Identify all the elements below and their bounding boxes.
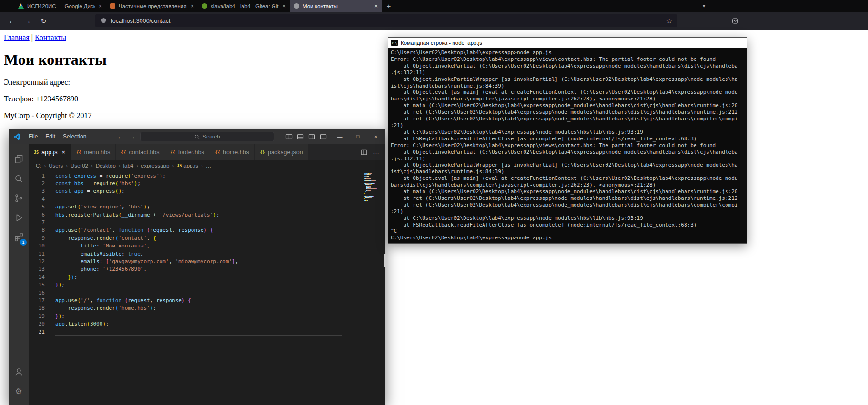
code-line[interactable]: 20app.listen(3000);	[29, 320, 385, 327]
code-line[interactable]: 7	[29, 218, 385, 226]
code-line[interactable]: 17app.use('/', function (request, respon…	[29, 296, 385, 304]
extensions-icon[interactable]: 1	[9, 227, 29, 247]
explorer-icon[interactable]	[9, 149, 29, 169]
code-line[interactable]: 21	[29, 328, 385, 336]
code-line[interactable]: 14 });	[29, 273, 385, 281]
menu-more[interactable]: …	[90, 133, 103, 140]
code-line[interactable]: 19});	[29, 312, 385, 320]
code-line[interactable]: 9 response.render('contact', {	[29, 234, 385, 242]
search-sidebar-icon[interactable]	[9, 169, 29, 188]
minimap-line	[364, 178, 379, 179]
shield-icon[interactable]	[101, 18, 107, 24]
back-button[interactable]: ←	[6, 14, 19, 27]
more-actions-icon[interactable]: …	[373, 148, 379, 156]
code-line[interactable]: 4	[29, 195, 385, 203]
toggle-panel-icon[interactable]	[297, 133, 304, 140]
editor-forward-icon[interactable]: →	[127, 129, 138, 144]
vscode-logo-icon	[13, 133, 20, 140]
breadcrumb-item[interactable]: lab4	[123, 163, 133, 168]
tab-close-icon[interactable]: ×	[191, 3, 194, 10]
tab-close-icon[interactable]: ×	[99, 3, 102, 10]
menu-selection[interactable]: Selection	[59, 133, 90, 140]
breadcrumb-item[interactable]: Users	[49, 163, 63, 168]
bookmark-star-icon[interactable]: ☆	[666, 17, 672, 25]
code-line[interactable]: 1const express = require('express');	[29, 172, 385, 179]
vscode-titlebar[interactable]: FileEditSelection… ← → Search — □ ×	[9, 129, 385, 144]
code-line[interactable]: 16	[29, 289, 385, 296]
editor-tab[interactable]: JSapp.js×	[29, 144, 71, 160]
editor-tab[interactable]: {{contact.hbs	[116, 144, 165, 160]
run-debug-icon[interactable]	[9, 208, 29, 227]
code-line[interactable]: 5app.set('view engine', 'hbs');	[29, 203, 385, 211]
close-button[interactable]: ×	[367, 129, 385, 144]
terminal-line: .js:332:11)	[391, 156, 744, 162]
code-line[interactable]: 2const hbs = require('hbs');	[29, 179, 385, 187]
tab-close-icon[interactable]: ×	[62, 148, 66, 156]
chevron-right-icon: ›	[136, 163, 138, 168]
breadcrumb-item[interactable]: expressapp	[141, 163, 169, 168]
code-line[interactable]: 8app.use('/contact', function (request, …	[29, 227, 385, 234]
browser-tab[interactable]: Мои контакты×	[290, 0, 382, 12]
new-tab-button[interactable]: +	[382, 0, 395, 12]
minimize-button[interactable]: —	[331, 129, 349, 144]
breadcrumb-item[interactable]: …	[206, 163, 212, 168]
browser-tab[interactable]: Частичные представления в H×	[106, 0, 198, 12]
browser-tab[interactable]: ИСП420ИС — Google Диск×	[14, 0, 106, 12]
tab-close-icon[interactable]: ×	[374, 3, 378, 10]
menu-icon[interactable]: ≡	[741, 16, 752, 26]
code-text	[55, 328, 342, 336]
code-line[interactable]: 15});	[29, 281, 385, 288]
nav-link-home[interactable]: Главная	[4, 33, 30, 41]
toggle-secondary-sidebar-icon[interactable]	[308, 133, 315, 140]
menu-edit[interactable]: Edit	[41, 133, 59, 140]
browser-tab[interactable]: slava/lab4 - lab4 - Gitea: Git wit×	[198, 0, 290, 12]
pocket-icon[interactable]	[730, 16, 740, 26]
tab-close-icon[interactable]: ×	[283, 3, 286, 10]
cmd-titlebar[interactable]: C:\ Командная строка - node app.js —	[388, 38, 747, 48]
tab-overflow-chevron-icon[interactable]: ▾	[699, 0, 709, 12]
window-controls: — □ ×	[331, 129, 385, 144]
breadcrumb-item[interactable]: JSapp.js	[177, 163, 198, 168]
settings-gear-icon[interactable]: ⚙	[9, 382, 29, 401]
cmd-minimize-button[interactable]: —	[733, 40, 739, 46]
code-text: });	[55, 313, 65, 319]
scrollbar-thumb[interactable]	[384, 254, 387, 267]
code-line[interactable]: 12 emails: ['gavgav@mycorp.com', 'mioaw@…	[29, 257, 385, 265]
code-line[interactable]: 11 emailsVisible: true,	[29, 250, 385, 257]
source-control-icon[interactable]	[9, 188, 29, 208]
reload-button[interactable]: ↻	[37, 14, 50, 27]
code-line[interactable]: 3const app = express();	[29, 188, 385, 195]
url-bar[interactable]: localhost:3000/contact ☆	[95, 14, 677, 27]
code-line[interactable]: 10 title: 'Мои контакты',	[29, 242, 385, 250]
breadcrumb-item[interactable]: User02	[71, 163, 88, 168]
editor-tab[interactable]: {{home.hbs	[210, 144, 255, 160]
toggle-sidebar-icon[interactable]	[285, 133, 293, 140]
split-editor-icon[interactable]	[361, 149, 367, 156]
nav-link-contacts[interactable]: Контакты	[35, 33, 66, 41]
code-line[interactable]: 13 phone: '+1234567890',	[29, 266, 385, 273]
terminal-line: at ret (C:\Users\User02\Desktop\lab4\exp…	[391, 109, 744, 116]
forward-button[interactable]: →	[21, 14, 34, 27]
terminal-line: ist\cjs\handlebars\runtime.js:84:39)	[391, 83, 744, 89]
terminal-output[interactable]: C:\Users\User02\Desktop\lab4\expressapp>…	[388, 48, 747, 243]
editor-group: JSapp.js×{{menu.hbs{{contact.hbs{{footer…	[29, 144, 385, 405]
editor-back-icon[interactable]: ←	[114, 129, 126, 144]
minimap-line	[364, 194, 379, 195]
breadcrumb-item[interactable]: C:	[36, 163, 41, 168]
breadcrumb-item[interactable]: Desktop	[96, 163, 116, 168]
code-line[interactable]: 6hbs.registerPartials(__dirname + '/view…	[29, 211, 385, 218]
maximize-button[interactable]: □	[349, 129, 367, 144]
editor-tab[interactable]: {{menu.hbs	[71, 144, 116, 160]
editor-pane[interactable]: 1const express = require('express');2con…	[29, 171, 385, 405]
command-center-search[interactable]: Search	[140, 132, 274, 141]
editor-tab[interactable]: {}package.json	[255, 144, 309, 160]
menu-file[interactable]: File	[25, 133, 41, 140]
js-file-icon: JS	[177, 163, 182, 168]
chevron-right-icon: ›	[172, 163, 174, 168]
minimap[interactable]	[364, 173, 379, 203]
editor-tab[interactable]: {{footer.hbs	[165, 144, 210, 160]
code-line[interactable]: 18 response.render('home.hbs');	[29, 305, 385, 312]
customize-layout-icon[interactable]	[320, 133, 327, 140]
hbs-file-icon: {{	[215, 150, 220, 155]
account-icon[interactable]	[9, 362, 29, 382]
